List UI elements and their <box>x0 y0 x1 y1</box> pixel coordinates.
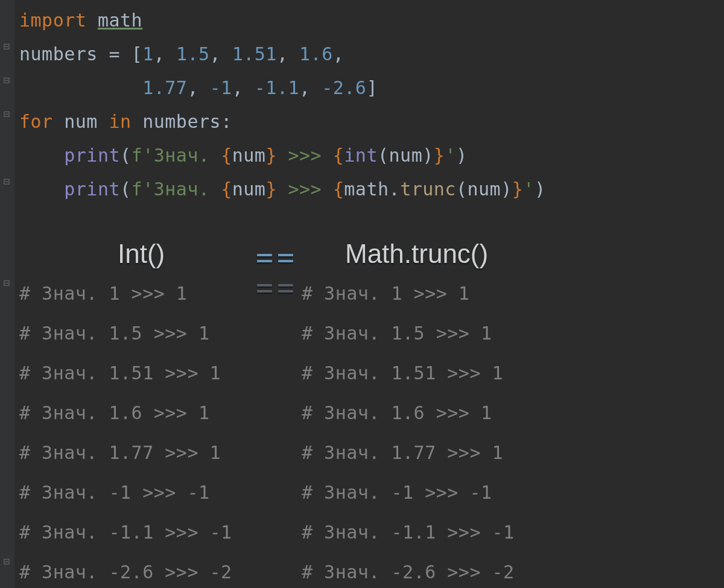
fexpr-open: { <box>333 145 345 166</box>
fexpr-close: } <box>434 145 445 166</box>
colon: : <box>221 111 232 132</box>
num-literal: 1.5 <box>176 43 210 65</box>
fexpr-open: { <box>333 179 345 200</box>
comment-line: # Знач. -1 >>> -1 <box>19 482 210 503</box>
output-right: # Знач. 1 >>> 1 # Знач. 1.5 >>> 1 # Знач… <box>302 274 515 588</box>
source-code[interactable]: import math numbers = [1, 1.5, 1.51, 1.6… <box>19 4 545 206</box>
num-literal: 1.77 <box>142 77 187 98</box>
comment-line: # Знач. 1.6 >>> 1 <box>302 402 492 423</box>
comment-line: # Знач. -1.1 >>> -1 <box>302 522 515 543</box>
comma: , <box>154 43 165 65</box>
fold-icon[interactable]: ⊟ <box>2 172 11 191</box>
fn-print: print <box>64 179 120 200</box>
lparen: ( <box>120 145 132 166</box>
dot: . <box>389 179 401 200</box>
comma: , <box>232 77 244 98</box>
comment-line: # Знач. -2.6 >>> -2 <box>19 561 232 583</box>
comment-line: # Знач. 1.5 >>> 1 <box>19 323 210 344</box>
keyword-for: for <box>19 111 53 132</box>
var-numbers: numbers <box>142 111 221 132</box>
var-numbers: numbers <box>19 43 98 65</box>
string-quote: ' <box>445 145 456 166</box>
fexpr-var: num <box>232 179 266 200</box>
num-literal: -1.1 <box>255 77 299 98</box>
rparen: ) <box>535 179 546 200</box>
fold-icon[interactable]: ⊟ <box>2 105 11 123</box>
comment-line: # Знач. 1 >>> 1 <box>19 283 187 304</box>
num-literal: 1.51 <box>232 43 277 65</box>
fold-icon[interactable]: ⊟ <box>2 71 11 89</box>
fexpr-close: } <box>265 145 277 166</box>
fexpr-close: } <box>512 179 524 200</box>
keyword-import: import <box>19 10 86 31</box>
output-left: # Знач. 1 >>> 1 # Знач. 1.5 >>> 1 # Знач… <box>19 274 232 588</box>
comment-line: # Знач. -2.6 >>> -2 <box>302 561 515 583</box>
rparen: ) <box>456 145 468 166</box>
eq-op: = <box>109 43 121 65</box>
fstring-prefix: f' <box>132 145 154 166</box>
comment-line: # Знач. 1.6 >>> 1 <box>19 402 210 423</box>
comment-line: # Знач. 1.77 >>> 1 <box>302 442 503 463</box>
string-text: >>> <box>277 179 333 200</box>
comma: , <box>299 77 311 98</box>
overlay-trunc-label: Math.trunc() <box>345 239 488 269</box>
code-editor[interactable]: ⊟ ⊟ ⊟ ⊟ ⊟ ⊟ import math numbers = [1, 1.… <box>0 0 724 588</box>
comment-line: # Знач. 1.5 >>> 1 <box>302 323 492 344</box>
fold-icon[interactable]: ⊟ <box>2 37 11 55</box>
rbracket: ] <box>366 77 378 98</box>
comma: , <box>333 43 345 65</box>
fold-icon[interactable]: ⊟ <box>2 552 11 571</box>
comma: , <box>187 77 198 98</box>
fexpr-open: { <box>221 179 232 200</box>
num-literal: 1.6 <box>299 43 333 65</box>
comma: , <box>277 43 288 65</box>
comment-line: # Знач. -1.1 >>> -1 <box>19 522 232 543</box>
fold-icon[interactable]: ⊟ <box>2 274 11 292</box>
lparen: ( <box>456 179 468 200</box>
comment-line: # Знач. 1.51 >>> 1 <box>19 362 221 384</box>
num-literal: 1 <box>142 43 154 65</box>
rparen: ) <box>422 145 434 166</box>
string-text: Знач. <box>154 145 221 166</box>
rparen: ) <box>501 179 512 200</box>
string-text: Знач. <box>154 179 221 200</box>
overlay-int-label: Int() <box>118 239 165 269</box>
comment-line: # Знач. 1.51 >>> 1 <box>302 362 503 384</box>
comment-line: # Знач. 1 >>> 1 <box>302 283 469 304</box>
lparen: ( <box>120 179 132 200</box>
string-text: >>> <box>277 145 333 166</box>
keyword-in: in <box>109 111 132 132</box>
fstring-prefix: f' <box>132 179 154 200</box>
fexpr-open: { <box>221 145 232 166</box>
comment-line: # Знач. -1 >>> -1 <box>302 482 492 503</box>
fexpr-var: num <box>468 179 501 200</box>
string-quote: ' <box>523 179 535 200</box>
gutter: ⊟ ⊟ ⊟ ⊟ ⊟ ⊟ <box>0 0 14 588</box>
fexpr-close: } <box>265 179 277 200</box>
comment-line: # Знач. 1.77 >>> 1 <box>19 442 221 463</box>
comma: , <box>210 43 221 65</box>
lparen: ( <box>378 145 389 166</box>
num-literal: -2.6 <box>322 77 366 98</box>
overlay-eq-shadow: == <box>256 270 298 304</box>
overlay-eq-label: == <box>256 240 298 274</box>
fexpr-var: num <box>232 145 266 166</box>
lbracket: [ <box>132 43 143 65</box>
fn-int: int <box>344 145 378 166</box>
fn-trunc: trunc <box>400 179 456 200</box>
var-num: num <box>64 111 98 132</box>
module-ref: math <box>344 179 389 200</box>
num-literal: -1 <box>210 77 232 98</box>
fn-print: print <box>64 145 120 166</box>
fexpr-var: num <box>389 145 423 166</box>
module-math: math <box>98 10 142 31</box>
